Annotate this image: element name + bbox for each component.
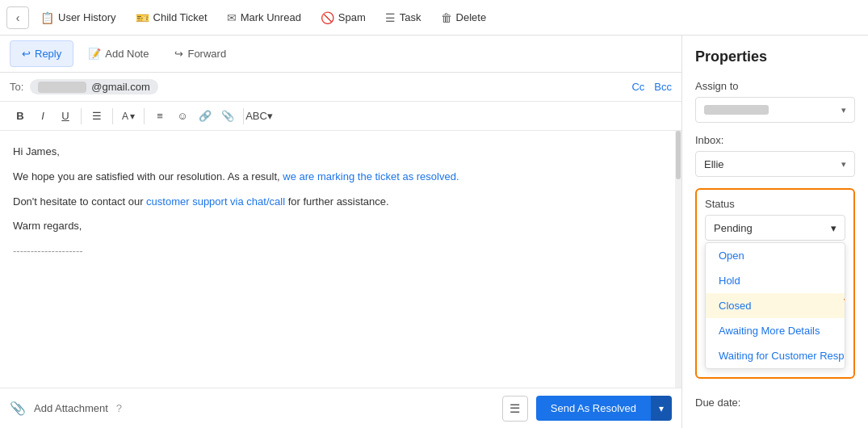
- to-label: To:: [10, 81, 23, 93]
- toolbar-item-task[interactable]: ☰ Task: [377, 7, 430, 28]
- status-select[interactable]: Pending ▾: [705, 215, 845, 241]
- status-awaiting-label: Awaiting More Details: [719, 325, 820, 337]
- status-option-waiting[interactable]: Waiting for Customer Respo: [706, 343, 845, 368]
- italic-button[interactable]: I: [32, 106, 53, 127]
- top-toolbar: ‹ 📋 User History 🎫 Child Ticket ✉ Mark U…: [0, 0, 868, 36]
- due-date-section: Due date:: [695, 390, 855, 409]
- action-bar: 📎 Add Attachment ? ☰ Send As Resolved ▾: [0, 388, 681, 428]
- body-line-4: Warm regards,: [13, 218, 669, 235]
- scroll-bar[interactable]: [675, 131, 681, 388]
- body-line-5: --------------------: [13, 243, 669, 260]
- inbox-section: Inbox: Ellie ▾: [695, 134, 855, 177]
- toolbar-item-delete[interactable]: 🗑 Delete: [433, 7, 495, 28]
- toolbar-item-user-history[interactable]: 📋 User History: [32, 7, 124, 28]
- tab-reply[interactable]: ↩ Reply: [10, 40, 73, 67]
- tab-add-note-label: Add Note: [105, 48, 149, 60]
- cc-button[interactable]: Cc: [631, 81, 644, 93]
- status-option-hold[interactable]: Hold: [706, 268, 845, 293]
- toolbar-label-child-ticket: Child Ticket: [153, 11, 208, 23]
- attachment-fmt-button[interactable]: 📎: [217, 106, 238, 127]
- toolbar-item-mark-unread[interactable]: ✉ Mark Unread: [219, 7, 309, 28]
- align-button[interactable]: ≡: [149, 106, 170, 127]
- to-blurred-name: [38, 82, 86, 93]
- email-body-wrap: Hi James, We hope you are satisfied with…: [0, 131, 681, 388]
- emoji-button[interactable]: ☺: [172, 106, 193, 127]
- back-icon: ‹: [16, 11, 20, 24]
- content-area: ↩ Reply 📝 Add Note ↪ Forward To: @gmail.…: [0, 36, 868, 428]
- toolbar-label-user-history: User History: [58, 11, 116, 23]
- assign-to-value: [704, 105, 769, 115]
- link-button[interactable]: 🔗: [195, 106, 216, 127]
- paperclip-icon[interactable]: 📎: [10, 401, 26, 416]
- child-ticket-icon: 🎫: [136, 11, 149, 24]
- status-option-closed[interactable]: Closed: [706, 293, 845, 318]
- spellcheck-button[interactable]: ABC▾: [249, 106, 270, 127]
- toolbar-item-child-ticket[interactable]: 🎫 Child Ticket: [128, 7, 216, 28]
- add-attachment-label[interactable]: Add Attachment: [34, 402, 108, 414]
- status-hold-label: Hold: [719, 275, 740, 287]
- format-toolbar: B I U ☰ A ▾ ≡ ☺ 🔗 📎 ABC▾: [0, 102, 681, 131]
- task-icon: ☰: [385, 11, 396, 24]
- reply-tab-icon: ↩: [22, 48, 31, 60]
- assign-to-section: Assign to ▾: [695, 80, 855, 123]
- closed-arrow-annotation: [843, 290, 845, 309]
- email-body[interactable]: Hi James, We hope you are satisfied with…: [0, 131, 681, 388]
- toolbar-label-mark-unread: Mark Unread: [241, 11, 301, 23]
- scroll-thumb: [676, 131, 681, 179]
- inbox-select[interactable]: Ellie ▾: [695, 151, 855, 177]
- status-dropdown-menu: Open Hold Closed Awaiting More Details: [705, 242, 845, 369]
- tab-forward[interactable]: ↪ Forward: [163, 41, 237, 66]
- toolbar-label-delete: Delete: [456, 11, 487, 23]
- bcc-button[interactable]: Bcc: [654, 81, 672, 93]
- status-label: Status: [705, 198, 735, 210]
- inbox-value: Ellie: [704, 158, 724, 170]
- mark-unread-icon: ✉: [227, 11, 237, 24]
- spam-icon: 🚫: [321, 11, 334, 24]
- status-option-awaiting[interactable]: Awaiting More Details: [706, 318, 845, 343]
- tab-add-note[interactable]: 📝 Add Note: [77, 41, 160, 66]
- cc-bcc-controls: Cc Bcc: [631, 81, 672, 93]
- list-button[interactable]: ☰: [86, 106, 107, 127]
- separator-4: [243, 108, 244, 124]
- inbox-chevron: ▾: [841, 159, 846, 170]
- template-button[interactable]: ☰: [502, 396, 528, 422]
- status-chevron: ▾: [831, 222, 837, 234]
- template-icon: ☰: [509, 401, 520, 416]
- toolbar-label-spam: Spam: [338, 11, 366, 23]
- add-note-tab-icon: 📝: [88, 48, 101, 60]
- email-panel: ↩ Reply 📝 Add Note ↪ Forward To: @gmail.…: [0, 36, 682, 428]
- tab-reply-label: Reply: [35, 48, 61, 60]
- status-closed-label: Closed: [719, 300, 751, 312]
- send-resolved-button[interactable]: Send As Resolved: [536, 396, 651, 421]
- inbox-label: Inbox:: [695, 134, 855, 146]
- status-value: Pending: [714, 222, 753, 234]
- due-date-label: Due date:: [695, 397, 855, 409]
- sidebar: Properties Assign to ▾ Inbox: Ellie ▾ St: [682, 36, 868, 428]
- underline-button[interactable]: U: [55, 106, 76, 127]
- status-section: Status Pending ▾ Open Hold Closed: [695, 188, 855, 379]
- send-arrow-icon: ▾: [659, 403, 664, 414]
- separator-1: [81, 108, 82, 124]
- body-line-3: Don't hesitate to contact our customer s…: [13, 194, 669, 211]
- font-color-button[interactable]: A ▾: [118, 106, 139, 127]
- body-line-2: We hope you are satisfied with our resol…: [13, 169, 669, 186]
- send-resolved-group: Send As Resolved ▾: [536, 396, 672, 421]
- send-resolved-dropdown-button[interactable]: ▾: [651, 396, 672, 421]
- bold-button[interactable]: B: [10, 106, 31, 127]
- back-button[interactable]: ‹: [6, 6, 29, 29]
- status-option-open[interactable]: Open: [706, 243, 845, 268]
- delete-icon: 🗑: [441, 11, 452, 24]
- user-history-icon: 📋: [40, 11, 54, 24]
- separator-2: [112, 108, 113, 124]
- font-color-arrow: ▾: [130, 111, 135, 122]
- toolbar-label-task: Task: [400, 11, 421, 23]
- to-email-chip[interactable]: @gmail.com: [30, 79, 157, 94]
- status-waiting-label: Waiting for Customer Respo: [719, 350, 845, 362]
- assign-to-label: Assign to: [695, 80, 855, 92]
- toolbar-item-spam[interactable]: 🚫 Spam: [312, 7, 374, 28]
- help-icon[interactable]: ?: [116, 402, 122, 414]
- to-field: To: @gmail.com Cc Bcc: [0, 73, 681, 102]
- assign-to-select[interactable]: ▾: [695, 97, 855, 123]
- tab-row: ↩ Reply 📝 Add Note ↪ Forward: [0, 36, 681, 73]
- separator-3: [144, 108, 145, 124]
